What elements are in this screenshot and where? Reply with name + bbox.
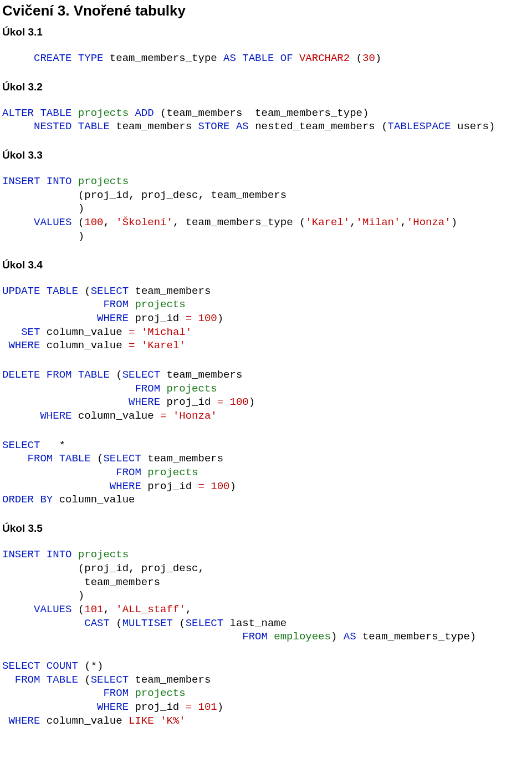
code-block-3-4c: SELECT * FROM TABLE (SELECT team_members… bbox=[2, 439, 530, 507]
task-3-2-heading: Úkol 3.2 bbox=[2, 81, 530, 93]
task-3-1-heading: Úkol 3.1 bbox=[2, 26, 530, 38]
code-block-3-4b: DELETE FROM TABLE (SELECT team_members F… bbox=[2, 368, 530, 423]
code-block-3-3: INSERT INTO projects (proj_id, proj_desc… bbox=[2, 175, 530, 243]
task-3-3-heading: Úkol 3.3 bbox=[2, 149, 530, 161]
code-block-3-1: CREATE TYPE team_members_type AS TABLE O… bbox=[2, 52, 530, 65]
exercise-title: Cvičení 3. Vnořené tabulky bbox=[2, 2, 530, 19]
code-block-3-5a: INSERT INTO projects (proj_id, proj_desc… bbox=[2, 548, 530, 644]
code-block-3-5b: SELECT COUNT (*) FROM TABLE (SELECT team… bbox=[2, 659, 530, 728]
task-3-4-heading: Úkol 3.4 bbox=[2, 259, 530, 271]
task-3-5-heading: Úkol 3.5 bbox=[2, 522, 530, 535]
code-block-3-2: ALTER TABLE projects ADD (team_members t… bbox=[2, 106, 530, 134]
code-block-3-4a: UPDATE TABLE (SELECT team_members FROM p… bbox=[2, 284, 530, 353]
